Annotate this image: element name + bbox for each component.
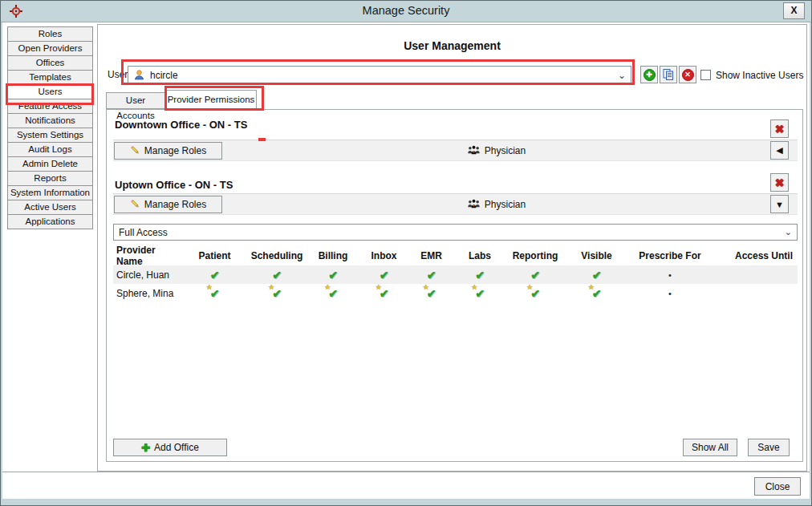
sidebar-item-users[interactable]: Users [7, 84, 93, 99]
col-patient: Patient [182, 250, 247, 261]
sidebar-item-roles[interactable]: Roles [7, 26, 93, 42]
sidebar-item-audit-logs[interactable]: Audit Logs [7, 142, 93, 157]
user-management-panel: User Management User: hcircle ⌄ ✚ ✕ Show… [97, 24, 807, 472]
check-visible[interactable]: ✔ [565, 269, 628, 281]
sidebar-item-templates[interactable]: Templates [7, 70, 93, 85]
col-prescribe-for: Prescribe For [628, 250, 712, 261]
check-visible[interactable]: ✔★ [565, 287, 628, 300]
save-button[interactable]: Save [748, 439, 790, 456]
star-icon: ★ [268, 283, 274, 291]
office-role-downtown: Physician [222, 145, 770, 156]
footer-divider [2, 472, 810, 472]
window-title: Manage Security [0, 0, 812, 22]
sidebar-item-admin-delete[interactable]: Admin Delete [7, 156, 93, 172]
manage-roles-uptown-button[interactable]: Manage Roles [114, 196, 222, 213]
check-billing[interactable]: ✔ [307, 269, 359, 281]
check-inbox[interactable]: ✔★ [359, 287, 408, 300]
check-patient[interactable]: ✔★ [182, 287, 247, 300]
check-emr[interactable]: ✔ [408, 269, 454, 281]
check-labs[interactable]: ✔★ [454, 287, 505, 300]
pencil-icon [130, 199, 140, 209]
check-icon: ✔ [592, 269, 602, 281]
combo-chevron-icon[interactable]: ⌄ [618, 70, 626, 81]
col-scheduling: Scheduling [247, 250, 307, 261]
check-scheduling[interactable]: ✔★ [247, 287, 307, 300]
office-strip-downtown: Manage Roles Physician ◀ [113, 140, 798, 161]
delete-user-button[interactable]: ✕ [679, 66, 696, 83]
sidebar-item-applications[interactable]: Applications [7, 214, 93, 229]
user-combobox[interactable]: hcircle ⌄ [128, 66, 631, 84]
office-role-label: Physician [485, 199, 526, 210]
manage-roles-label: Manage Roles [144, 145, 206, 156]
add-user-button[interactable]: ✚ [640, 66, 658, 83]
star-icon: ★ [376, 283, 382, 291]
collapse-toggle-downtown-button[interactable]: ◀ [770, 141, 789, 160]
col-provider-name: Provider Name [113, 245, 182, 267]
provider-permissions-panel: Downtown Office - ON - TS ✖ Manage Roles [106, 109, 803, 462]
check-labs[interactable]: ✔ [454, 269, 505, 281]
sidebar-item-system-information[interactable]: System Information [7, 185, 93, 200]
check-icon: ✔ [328, 269, 338, 281]
check-inbox[interactable]: ✔ [359, 269, 408, 281]
add-office-button[interactable]: ✚ Add Office [113, 439, 227, 456]
sidebar-item-feature-access[interactable]: Feature Access [7, 99, 93, 114]
close-button[interactable]: Close [754, 477, 801, 496]
window-close-button[interactable]: X [783, 2, 805, 19]
sidebar-item-system-settings[interactable]: System Settings [7, 128, 93, 143]
check-reporting[interactable]: ✔★ [505, 287, 565, 300]
prescribe-for-value[interactable]: • [628, 289, 712, 298]
delete-office-uptown-button[interactable]: ✖ [770, 173, 789, 192]
plus-icon: ✚ [141, 442, 150, 454]
sidebar-item-active-users[interactable]: Active Users [7, 200, 93, 215]
user-person-icon [133, 69, 145, 81]
add-office-label: Add Office [154, 442, 199, 453]
show-inactive-label[interactable]: Show Inactive Users [716, 70, 803, 81]
star-icon: ★ [471, 283, 477, 291]
group-icon [467, 145, 481, 156]
prescribe-for-value[interactable]: • [628, 270, 712, 280]
access-level-select[interactable]: Full Access ⌄ [113, 224, 798, 241]
provider-name: Sphere, Mina [113, 288, 182, 299]
check-icon: ✔ [475, 269, 485, 281]
copy-icon [662, 68, 675, 81]
expand-toggle-uptown-button[interactable]: ▼ [770, 195, 789, 213]
show-all-button[interactable]: Show All [683, 439, 737, 456]
window-titlebar: Manage Security X [0, 0, 812, 22]
sidebar-item-notifications[interactable]: Notifications [7, 113, 93, 128]
manage-roles-downtown-button[interactable]: Manage Roles [114, 142, 222, 160]
check-reporting[interactable]: ✔ [505, 269, 565, 281]
star-icon: ★ [526, 283, 533, 291]
check-icon: ✔ [530, 269, 540, 281]
col-access-until: Access Until [712, 250, 798, 261]
sidebar-item-open-providers[interactable]: Open Providers [7, 41, 93, 56]
office-strip-uptown: Manage Roles Physician ▼ [113, 193, 798, 215]
check-emr[interactable]: ✔★ [408, 287, 454, 300]
sidebar-item-reports[interactable]: Reports [7, 171, 93, 186]
col-reporting: Reporting [505, 250, 565, 261]
group-icon [467, 199, 481, 209]
check-scheduling[interactable]: ✔ [247, 269, 307, 281]
sidebar: Roles Open Providers Offices Templates U… [7, 26, 93, 229]
table-row-circle-huan: Circle, Huan ✔ ✔ ✔ ✔ ✔ ✔ ✔ ✔ • [113, 265, 798, 284]
page-title: User Management [98, 39, 806, 52]
check-icon: ✔ [272, 269, 282, 281]
check-billing[interactable]: ✔★ [307, 287, 359, 300]
table-header-row: Provider Name Patient Scheduling Billing… [113, 245, 798, 265]
col-inbox: Inbox [359, 250, 408, 261]
manage-roles-label: Manage Roles [144, 199, 206, 210]
delete-office-downtown-button[interactable]: ✖ [770, 119, 789, 138]
star-icon: ★ [324, 283, 331, 291]
office-role-uptown: Physician [222, 199, 770, 210]
star-icon: ★ [588, 283, 595, 291]
tab-user-accounts[interactable]: User Accounts [106, 92, 165, 109]
copy-user-button[interactable] [660, 66, 677, 83]
sidebar-item-offices[interactable]: Offices [7, 55, 93, 71]
table-row-sphere-mina: Sphere, Mina ✔★ ✔★ ✔★ ✔★ ✔★ ✔★ ✔★ ✔★ • [113, 284, 798, 302]
pencil-icon [130, 145, 140, 156]
show-inactive-checkbox[interactable] [700, 70, 711, 80]
check-icon: ✔ [380, 269, 389, 281]
star-icon: ★ [423, 283, 429, 291]
tab-provider-permissions[interactable]: Provider Permissions [165, 90, 257, 110]
provider-name: Circle, Huan [113, 269, 182, 281]
check-patient[interactable]: ✔ [182, 269, 247, 281]
